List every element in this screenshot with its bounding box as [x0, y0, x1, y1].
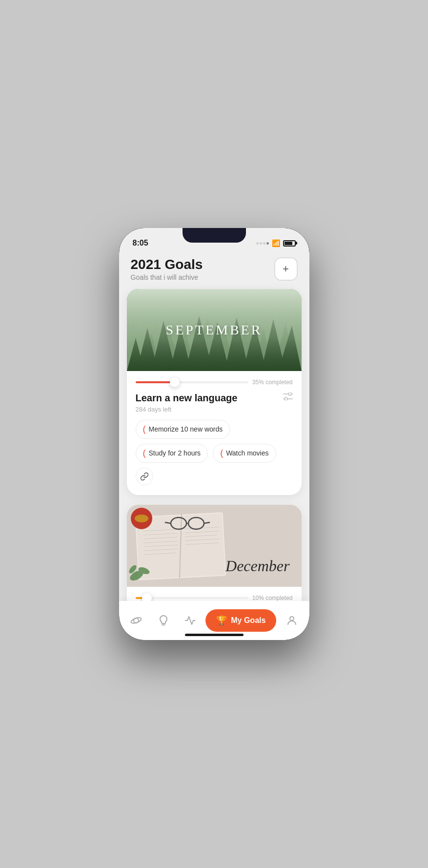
- progress-text-2: 10% completed: [252, 595, 293, 601]
- status-icons: 📶: [256, 239, 296, 247]
- month-label-december: December: [225, 557, 289, 575]
- tag-label-study: Study for 2 hours: [149, 449, 201, 457]
- link-icon-1[interactable]: [136, 468, 153, 485]
- card-image-december: December: [127, 505, 302, 587]
- progress-thumb-1[interactable]: [170, 377, 180, 387]
- progress-row-2: 10% completed: [136, 595, 293, 601]
- notch: [183, 228, 246, 243]
- svg-point-21: [288, 393, 291, 395]
- wifi-icon: 📶: [272, 239, 280, 247]
- signal-dots: [256, 242, 269, 245]
- page-header: 2021 Goals Goals that i will achive +: [119, 251, 309, 289]
- nav-planet[interactable]: [124, 611, 148, 630]
- month-label-september: September: [166, 322, 263, 338]
- nav-activity[interactable]: [179, 611, 202, 630]
- phone-screen: 8:05 📶 2021 Goals Goals th: [119, 228, 309, 640]
- phone-frame: 8:05 📶 2021 Goals Goals th: [119, 228, 309, 640]
- scroll-area[interactable]: 2021 Goals Goals that i will achive +: [119, 251, 309, 601]
- page-title: 2021 Goals: [131, 257, 203, 272]
- forest-background: September: [127, 289, 302, 371]
- nav-lightbulb[interactable]: [152, 611, 175, 630]
- card-body-1: 35% completed Learn a new language 284 d…: [127, 371, 302, 495]
- goal-title-1: Learn a new language: [136, 393, 238, 404]
- book-background: December: [127, 505, 302, 587]
- svg-point-55: [130, 617, 142, 624]
- add-goal-button[interactable]: +: [274, 257, 298, 281]
- svg-point-41: [135, 515, 148, 522]
- tag-label-memorize: Memorize 10 new words: [149, 425, 223, 433]
- status-time: 8:05: [133, 239, 148, 248]
- page-subtitle: Goals that i will achive: [131, 273, 203, 281]
- progress-text-1: 35% completed: [252, 379, 293, 386]
- card-body-2: 10% completed Finish 30 books this year …: [127, 587, 302, 601]
- battery-icon: [283, 240, 296, 247]
- nav-my-goals[interactable]: 🏆 My Goals: [205, 609, 276, 632]
- settings-icon-1[interactable]: [283, 393, 293, 402]
- progress-bar-1: [136, 381, 248, 383]
- nav-my-goals-label: My Goals: [231, 616, 265, 625]
- goal-card-2: December 10% completed Finish 30 books t…: [127, 505, 302, 601]
- tag-label-watch: Watch movies: [226, 449, 268, 457]
- progress-fill-1: [136, 381, 175, 383]
- progress-row-1: 35% completed: [136, 379, 293, 386]
- progress-bar-2: [136, 597, 248, 599]
- header-text: 2021 Goals Goals that i will achive: [131, 257, 203, 281]
- svg-point-57: [290, 617, 294, 620]
- goal-card-1: September 35% completed Learn a: [127, 289, 302, 495]
- tag-watch[interactable]: ( Watch movies: [213, 444, 276, 463]
- svg-point-23: [285, 397, 287, 400]
- goal-days-1: 284 days left: [136, 406, 238, 413]
- tag-memorize[interactable]: ( Memorize 10 new words: [136, 420, 230, 439]
- trophy-icon: 🏆: [216, 615, 227, 626]
- home-indicator: [185, 634, 244, 636]
- progress-thumb-2[interactable]: [142, 593, 152, 601]
- card-image-september: September: [127, 289, 302, 371]
- tag-study[interactable]: ( Study for 2 hours: [136, 444, 208, 463]
- tags-row-1: ( Memorize 10 new words ( Study for 2 ho…: [136, 420, 293, 485]
- nav-person[interactable]: [280, 611, 304, 630]
